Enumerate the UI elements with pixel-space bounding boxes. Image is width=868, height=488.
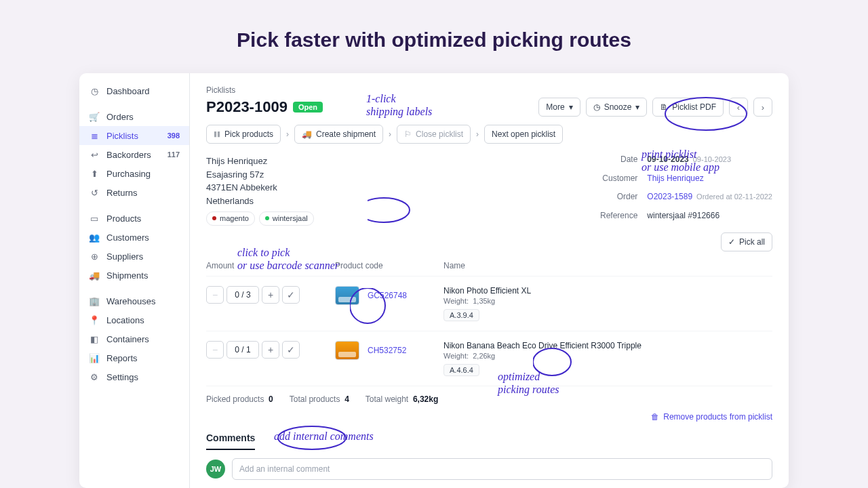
nav-label: Purchasing bbox=[106, 169, 151, 179]
document-icon: 🗎 bbox=[660, 102, 668, 112]
table-header: Amount Product code Name bbox=[206, 256, 772, 277]
col-code: Product code bbox=[335, 261, 443, 270]
create-shipment-step[interactable]: 🚚 Create shipment bbox=[294, 125, 383, 144]
table-row: − 0 / 1 + ✓ CH532752 Nikon Banana Beach … bbox=[206, 331, 772, 386]
sidebar-item-backorders[interactable]: ↩Backorders117 bbox=[79, 145, 189, 164]
product-thumbnail bbox=[335, 341, 359, 360]
nav-label: Warehouses bbox=[106, 296, 156, 306]
next-picklist-button[interactable]: › bbox=[753, 98, 772, 117]
tag-magento[interactable]: magento bbox=[206, 211, 255, 226]
pdf-label: Picklist PDF bbox=[672, 102, 716, 112]
increment-button[interactable]: + bbox=[262, 286, 279, 304]
return-icon: ↺ bbox=[89, 187, 100, 198]
order-link[interactable]: O2023-1589 bbox=[647, 192, 692, 201]
nav-badge: 117 bbox=[167, 150, 180, 159]
nav-label: Products bbox=[106, 214, 141, 224]
picklist-meta: Date 09-10-202309-10-2023 Customer Thijs… bbox=[600, 155, 772, 226]
totals-row: Picked products 0 Total products 4 Total… bbox=[206, 386, 772, 412]
close-picklist-step[interactable]: ⚐ Close picklist bbox=[397, 125, 471, 144]
dot-icon bbox=[265, 216, 269, 220]
address-line: Esajasring 57z bbox=[206, 168, 314, 182]
nav-label: Customers bbox=[106, 232, 149, 243]
pick-all-button[interactable]: ✓ Pick all bbox=[721, 232, 772, 251]
sidebar-item-shipments[interactable]: 🚚Shipments bbox=[79, 266, 189, 285]
nav-label: Shipments bbox=[106, 270, 148, 281]
prev-picklist-button[interactable]: ‹ bbox=[729, 98, 748, 117]
sidebar-item-reports[interactable]: 📊Reports bbox=[79, 348, 189, 367]
step-label: Create shipment bbox=[316, 129, 376, 139]
nav-label: Backorders bbox=[106, 150, 151, 160]
truck-icon: 🚚 bbox=[89, 270, 100, 281]
totals-label: Total weight bbox=[366, 394, 408, 404]
nav-label: Locations bbox=[106, 315, 144, 325]
tag-label: wintersjaal bbox=[273, 213, 308, 224]
page-title: P2023-1009 bbox=[206, 98, 288, 116]
avatar: JW bbox=[206, 460, 225, 479]
sidebar: ◷Dashboard🛒Orders≣Picklists398↩Backorder… bbox=[79, 73, 190, 488]
increment-button[interactable]: + bbox=[262, 341, 279, 359]
cart-icon: 🛒 bbox=[89, 111, 100, 122]
nav-label: Reports bbox=[106, 353, 138, 363]
product-code-link[interactable]: GC526748 bbox=[368, 291, 407, 300]
location-badge: A.4.6.4 bbox=[443, 364, 479, 376]
decrement-button[interactable]: − bbox=[206, 286, 224, 304]
comments-tab[interactable]: Comments bbox=[206, 427, 255, 450]
barcode-icon: ⦀⦀ bbox=[214, 129, 220, 139]
marketing-headline: Pick faster with optimized picking route… bbox=[0, 28, 868, 52]
tag-wintersjaal[interactable]: wintersjaal bbox=[259, 211, 314, 226]
sidebar-item-suppliers[interactable]: ⊕Suppliers bbox=[79, 247, 189, 266]
picklist-pdf-button[interactable]: 🗎 Picklist PDF bbox=[652, 98, 724, 117]
box-icon: ▭ bbox=[89, 213, 100, 224]
tag-label: magento bbox=[220, 213, 249, 224]
comment-input[interactable]: Add an internal comment bbox=[232, 458, 772, 480]
confirm-pick-button[interactable]: ✓ bbox=[282, 286, 300, 304]
step-label: Next open picklist bbox=[492, 129, 555, 139]
sidebar-item-customers[interactable]: 👥Customers bbox=[79, 228, 189, 247]
location-badge: A.3.9.4 bbox=[443, 309, 479, 321]
sidebar-item-dashboard[interactable]: ◷Dashboard bbox=[79, 81, 189, 100]
remove-products-link[interactable]: 🗑 Remove products from picklist bbox=[651, 412, 772, 422]
decrement-button[interactable]: − bbox=[206, 341, 224, 359]
list-icon: ≣ bbox=[89, 130, 100, 141]
gear-icon: ⚙ bbox=[89, 371, 100, 382]
table-row: − 0 / 3 + ✓ GC526748 Nikon Photo Efficie… bbox=[206, 277, 772, 331]
gauge-icon: ◷ bbox=[89, 85, 100, 96]
sidebar-item-settings[interactable]: ⚙Settings bbox=[79, 367, 189, 386]
pick-all-label: Pick all bbox=[739, 237, 765, 247]
main-content: Picklists P2023-1009 Open More ▾ ◷ Snooz… bbox=[190, 73, 789, 488]
back-icon: ↩ bbox=[89, 149, 100, 160]
meta-label: Order bbox=[600, 192, 637, 207]
sidebar-item-returns[interactable]: ↺Returns bbox=[79, 183, 189, 202]
meta-label: Customer bbox=[600, 174, 637, 188]
nav-label: Orders bbox=[106, 112, 134, 122]
step-label: Close picklist bbox=[416, 129, 463, 139]
sidebar-item-containers[interactable]: ◧Containers bbox=[79, 329, 189, 348]
more-label: More bbox=[546, 102, 564, 112]
col-name: Name bbox=[443, 261, 772, 270]
more-button[interactable]: More ▾ bbox=[538, 98, 580, 117]
nav-label: Dashboard bbox=[106, 86, 150, 96]
sidebar-item-locations[interactable]: 📍Locations bbox=[79, 310, 189, 329]
product-code-link[interactable]: CH532752 bbox=[368, 346, 406, 355]
next-open-picklist-step[interactable]: Next open picklist bbox=[484, 125, 563, 144]
sidebar-item-picklists[interactable]: ≣Picklists398 bbox=[79, 126, 189, 145]
snooze-button[interactable]: ◷ Snooze ▾ bbox=[586, 98, 648, 117]
customer-link[interactable]: Thijs Henriquez bbox=[647, 174, 772, 188]
chevron-right-icon: › bbox=[475, 129, 480, 139]
nav-label: Containers bbox=[106, 334, 149, 344]
chevron-right-icon: › bbox=[387, 129, 393, 139]
chevron-right-icon: › bbox=[285, 129, 290, 139]
pick-products-step[interactable]: ⦀⦀ Pick products bbox=[206, 125, 281, 144]
sidebar-item-products[interactable]: ▭Products bbox=[79, 209, 189, 228]
remove-label: Remove products from picklist bbox=[663, 412, 772, 422]
sidebar-item-warehouses[interactable]: 🏢Warehouses bbox=[79, 291, 189, 310]
sidebar-item-orders[interactable]: 🛒Orders bbox=[79, 107, 189, 126]
confirm-pick-button[interactable]: ✓ bbox=[282, 341, 300, 359]
chevron-down-icon: ▾ bbox=[635, 102, 639, 112]
sidebar-item-purchasing[interactable]: ⬆Purchasing bbox=[79, 164, 189, 183]
quantity-value: 0 / 1 bbox=[226, 341, 259, 359]
trash-icon: 🗑 bbox=[651, 412, 659, 422]
breadcrumb[interactable]: Picklists bbox=[206, 85, 772, 95]
app-window: ◷Dashboard🛒Orders≣Picklists398↩Backorder… bbox=[79, 73, 789, 488]
nav-label: Settings bbox=[106, 372, 138, 382]
